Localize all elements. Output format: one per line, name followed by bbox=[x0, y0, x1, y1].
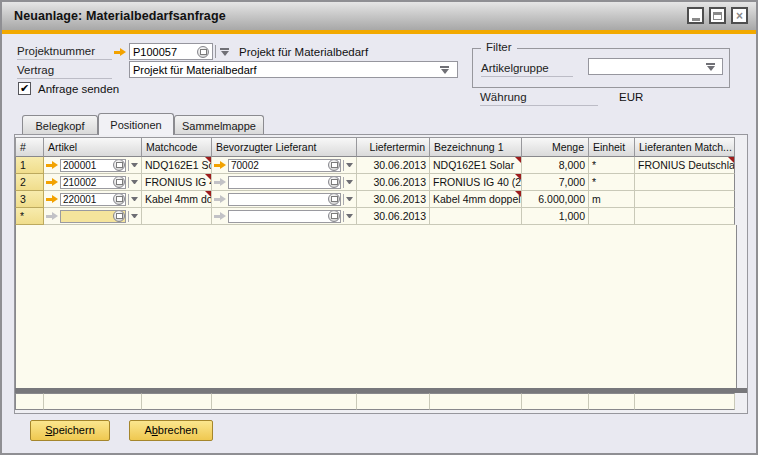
lieferanten-match-cell[interactable]: FRONIUS Deutschlan bbox=[635, 157, 735, 174]
artikel-value: 210002 bbox=[63, 177, 96, 188]
field-separator bbox=[343, 177, 344, 188]
column-header-num[interactable]: # bbox=[15, 137, 44, 157]
column-header-lieferanten-match[interactable]: Lieferanten Match... bbox=[635, 137, 735, 157]
dropdown-icon[interactable] bbox=[131, 180, 138, 184]
matchcode-cell[interactable] bbox=[142, 208, 212, 225]
link-arrow-icon[interactable] bbox=[46, 212, 58, 221]
link-arrow-icon[interactable] bbox=[114, 48, 126, 57]
menge-cell[interactable]: 6.000,000 bbox=[522, 191, 589, 208]
choose-from-list-icon[interactable] bbox=[328, 193, 340, 205]
choose-from-list-icon[interactable] bbox=[328, 159, 340, 171]
vertrag-select[interactable]: Projekt für Materialbedarf bbox=[129, 61, 458, 78]
column-header-bevorzugter-lieferant[interactable]: Bevorzugter Lieferant bbox=[212, 137, 357, 157]
row-number-cell[interactable]: 3 bbox=[15, 191, 44, 208]
minimize-button[interactable] bbox=[687, 7, 704, 24]
matchcode-cell[interactable]: NDQ162E1 Sol bbox=[142, 157, 212, 174]
bevorzugter-lieferant-input[interactable] bbox=[228, 193, 341, 206]
dropdown-icon[interactable] bbox=[346, 214, 353, 218]
choose-from-list-icon[interactable] bbox=[113, 159, 125, 171]
liefertermin-cell[interactable]: 30.06.2013 bbox=[357, 157, 430, 174]
bevorzugter-lieferant-input[interactable] bbox=[228, 210, 341, 223]
accent-bar bbox=[2, 30, 756, 34]
dropdown-icon[interactable] bbox=[346, 180, 353, 184]
field-separator bbox=[128, 194, 129, 205]
close-button[interactable]: × bbox=[731, 7, 748, 24]
lieferanten-match-cell[interactable] bbox=[635, 191, 735, 208]
row-number-cell[interactable]: 1 bbox=[15, 157, 44, 174]
lieferanten-match-cell[interactable] bbox=[635, 174, 735, 191]
bevorzugter-lieferant-input[interactable]: 70002 bbox=[228, 159, 341, 172]
bevorzugter-lieferant-cell bbox=[212, 208, 357, 225]
dropdown-icon[interactable] bbox=[131, 197, 138, 201]
choose-from-list-icon[interactable] bbox=[197, 46, 209, 58]
bezeichnung-cell[interactable] bbox=[430, 208, 522, 225]
bezeichnung-cell[interactable]: NDQ162E1 Solar bbox=[430, 157, 522, 174]
choose-from-list-icon[interactable] bbox=[113, 193, 125, 205]
artikelgruppe-dropdown-icon[interactable] bbox=[705, 63, 716, 71]
tab-positionen[interactable]: Positionen bbox=[98, 113, 174, 135]
dropdown-icon[interactable] bbox=[131, 214, 138, 218]
row-number-cell[interactable]: * bbox=[15, 208, 44, 225]
menge-cell[interactable]: 8,000 bbox=[522, 157, 589, 174]
choose-from-list-icon[interactable] bbox=[113, 176, 125, 188]
artikel-input[interactable]: 220001 bbox=[60, 193, 126, 206]
bezeichnung-cell[interactable]: FRONIUS IG 40 (2 bbox=[430, 174, 522, 191]
grid-empty-area[interactable] bbox=[15, 225, 737, 388]
tab-sammelmappe[interactable]: Sammelmappe bbox=[174, 115, 264, 135]
artikel-input[interactable]: 200001 bbox=[60, 159, 126, 172]
footer-cell-num bbox=[15, 393, 44, 410]
bevorzugter-lieferant-cell bbox=[212, 174, 357, 191]
column-header-menge[interactable]: Menge bbox=[522, 137, 589, 157]
matchcode-cell[interactable]: Kabel 4mm do bbox=[142, 191, 212, 208]
link-arrow-icon[interactable] bbox=[46, 161, 58, 170]
projektnummer-dropdown-icon[interactable] bbox=[219, 48, 230, 56]
bevorzugter-lieferant-value: 70002 bbox=[231, 160, 259, 171]
matchcode-cell[interactable]: FRONIUS IG 4 bbox=[142, 174, 212, 191]
einheit-cell[interactable]: m bbox=[589, 191, 635, 208]
link-arrow-icon[interactable] bbox=[214, 161, 226, 170]
row-number-cell[interactable]: 2 bbox=[15, 174, 44, 191]
einheit-cell[interactable]: * bbox=[589, 157, 635, 174]
abbrechen-button[interactable]: Abbrechen bbox=[129, 420, 213, 441]
link-arrow-icon[interactable] bbox=[214, 178, 226, 187]
vertrag-dropdown-icon[interactable] bbox=[439, 66, 450, 74]
menge-cell[interactable]: 7,000 bbox=[522, 174, 589, 191]
tab-belegkopf[interactable]: Belegkopf bbox=[22, 115, 98, 135]
choose-from-list-icon[interactable] bbox=[328, 210, 340, 222]
dropdown-icon[interactable] bbox=[346, 197, 353, 201]
anfrage-senden-checkbox[interactable]: ✔ bbox=[18, 82, 31, 95]
column-header-einheit[interactable]: Einheit bbox=[589, 137, 635, 157]
column-header-matchcode[interactable]: Matchcode bbox=[142, 137, 212, 157]
link-arrow-icon[interactable] bbox=[214, 212, 226, 221]
bezeichnung-cell[interactable]: Kabel 4mm doppel bbox=[430, 191, 522, 208]
anfrage-senden-label: Anfrage senden bbox=[38, 83, 119, 95]
projektnummer-input[interactable]: P100057 bbox=[129, 43, 213, 60]
speichern-button[interactable]: Speichern bbox=[30, 420, 110, 441]
app-window: Neuanlage: Materialbedarfsanfrage × Proj… bbox=[0, 0, 758, 455]
column-header-bezeichnung-1[interactable]: Bezeichnung 1 bbox=[430, 137, 522, 157]
artikelgruppe-select[interactable] bbox=[588, 58, 723, 75]
artikel-input[interactable]: 210002 bbox=[60, 176, 126, 189]
link-arrow-icon[interactable] bbox=[214, 195, 226, 204]
column-header-artikel[interactable]: Artikel bbox=[44, 137, 142, 157]
liefertermin-cell[interactable]: 30.06.2013 bbox=[357, 174, 430, 191]
artikel-input[interactable] bbox=[60, 210, 126, 223]
liefertermin-cell[interactable]: 30.06.2013 bbox=[357, 191, 430, 208]
link-arrow-icon[interactable] bbox=[46, 178, 58, 187]
dropdown-icon[interactable] bbox=[131, 163, 138, 167]
link-arrow-icon[interactable] bbox=[46, 195, 58, 204]
einheit-cell[interactable]: * bbox=[589, 174, 635, 191]
lieferanten-match-cell[interactable] bbox=[635, 208, 735, 225]
liefertermin-cell[interactable]: 30.06.2013 bbox=[357, 208, 430, 225]
dropdown-icon[interactable] bbox=[346, 163, 353, 167]
einheit-cell[interactable] bbox=[589, 208, 635, 225]
choose-from-list-icon[interactable] bbox=[328, 176, 340, 188]
choose-from-list-icon[interactable] bbox=[113, 210, 125, 222]
menge-cell[interactable]: 1,000 bbox=[522, 208, 589, 225]
bevorzugter-lieferant-input[interactable] bbox=[228, 176, 341, 189]
footer-cell-bezeichnung-1 bbox=[430, 393, 522, 410]
field-separator bbox=[215, 45, 216, 58]
maximize-button[interactable] bbox=[709, 7, 726, 24]
grid-body: 1200001NDQ162E1 Sol7000230.06.2013NDQ162… bbox=[15, 157, 737, 225]
column-header-liefertermin[interactable]: Liefertermin bbox=[357, 137, 430, 157]
